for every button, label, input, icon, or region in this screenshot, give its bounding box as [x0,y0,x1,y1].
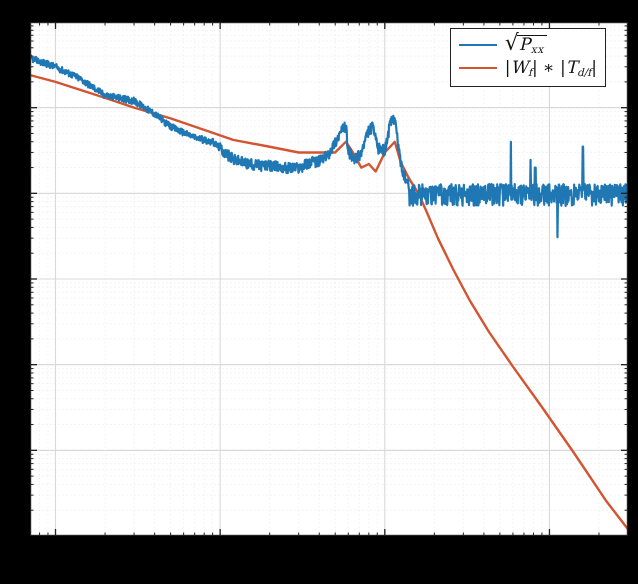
plot-svg [30,22,628,536]
legend-entry-wf-tdf: |Wf| ∗ |Td/f| [459,56,597,80]
legend-swatch [459,44,497,46]
legend-label: √Pxx [505,34,547,55]
legend-entry-pxx: √Pxx [459,33,597,56]
plot-area: √Pxx |Wf| ∗ |Td/f| [30,22,628,536]
legend-label: |Wf| ∗ |Td/f| [505,57,597,79]
series-wf-tdf [30,75,628,529]
legend: √Pxx |Wf| ∗ |Td/f| [450,28,606,87]
chart-container: √Pxx |Wf| ∗ |Td/f| [0,0,638,584]
legend-swatch [459,67,497,69]
